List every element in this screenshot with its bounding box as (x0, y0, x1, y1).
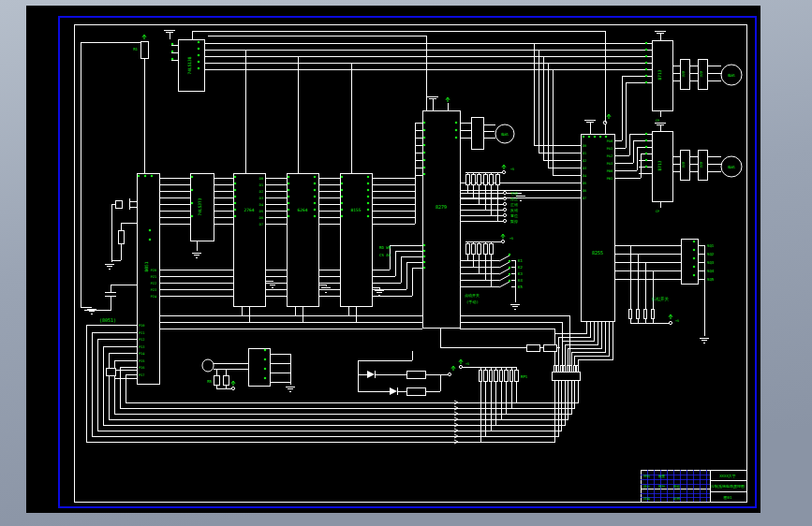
title-cell-material: 材料 (643, 475, 651, 478)
reset-button (106, 368, 115, 375)
amp-2-label: 功放 (699, 70, 703, 78)
u8-pin-d3: D3 (583, 167, 586, 170)
ic-u8-label: 8255 (592, 250, 603, 256)
limit-switch-block (681, 239, 698, 284)
ic-u10-label: 8713 (657, 160, 662, 170)
limit-sq3: SQ3 (707, 260, 715, 265)
ic-u5-ram (287, 173, 318, 306)
key-label-k5: K5 (518, 285, 523, 289)
keys-caption-1: 点动开关 (465, 293, 480, 298)
driver-2-clk-label: CP (656, 210, 659, 213)
amp-1-label: 功放 (681, 70, 686, 78)
resistor-r1 (140, 41, 148, 58)
ic-u10-driver (652, 131, 672, 201)
resistor-network-rn2 (465, 243, 493, 254)
u8-pin-d4: D4 (583, 174, 586, 178)
mcu-pin-p10: P10 (139, 324, 144, 328)
u8-pin-pb1: PB1 (607, 177, 613, 181)
motor-1-label: 电机 (501, 132, 509, 137)
u7-ctrl-label-2: CS A0 (379, 253, 391, 257)
ic-u6-label: 8155 (351, 208, 362, 212)
ic-u7-label: 8279 (436, 204, 447, 210)
vcc-label-1: +5 (510, 168, 514, 171)
u8-pin-pa3: PA3 (607, 162, 613, 166)
mcu-pin-p24: P24 (151, 295, 156, 299)
key-label-start: 启动 (510, 191, 518, 196)
key-label-k1: K1 (518, 258, 523, 263)
u4-pin-d5: D5 (259, 210, 263, 213)
u4-pin-d7: D7 (259, 223, 263, 226)
title-block-number: 图01 (724, 495, 732, 500)
ic-u3-label: 74LS373 (198, 197, 202, 215)
mcu-pin-p11: P11 (139, 331, 144, 335)
crystal (115, 200, 122, 208)
ic-u7-keydisp (422, 110, 460, 328)
u8-pin-pa2: PA2 (607, 154, 613, 158)
pullup-label: RP1 (521, 374, 528, 379)
keys-caption-2: (手动) (466, 300, 479, 304)
key-label-k3: K3 (518, 271, 523, 276)
ic-u1-label: 74LS138 (187, 56, 192, 74)
mcu-pin-p17: P17 (139, 373, 144, 377)
limit-sq1: SQ1 (707, 243, 715, 248)
mcu-pin-p15: P15 (139, 359, 144, 363)
u8-pin-pa0: PA0 (607, 139, 613, 143)
u4-pin-d3: D3 (259, 197, 263, 200)
mcu-pin-p12: P12 (139, 338, 144, 342)
amp-4-label: 功放 (699, 161, 703, 168)
u7-ctrl-label-1: RD WR (379, 245, 391, 250)
schematic-canvas: 74LS138 8051 (8051) 74LS373 2764 6264 81… (0, 0, 812, 526)
ic-u2-caption: (8051) (99, 317, 116, 323)
u8-pin-d7: D7 (583, 197, 586, 200)
key-label-reset: 复位 (510, 213, 518, 218)
key-label-fwd: 正转 (510, 202, 519, 207)
ic-u6-io (340, 173, 372, 306)
cad-viewer-window: 74LS138 8051 (8051) 74LS373 2764 6264 81… (0, 0, 812, 526)
connector-header (552, 366, 580, 381)
title-cell-design: 设计 (643, 484, 651, 489)
ic-u2-label: 8051 (144, 261, 149, 271)
u4-pin-d1: D1 (259, 183, 263, 187)
u4-pin-d4: D4 (259, 203, 263, 207)
mcu-pin-p13: P13 (139, 345, 144, 349)
motor-2-label: 电机 (728, 73, 735, 78)
resistor-reset (118, 230, 124, 243)
vcc-label-3: +5 (465, 362, 469, 366)
vcc-label-2: +5 (509, 237, 513, 241)
u4-pin-d2: D2 (259, 190, 263, 194)
limit-caption: 行程开关 (651, 296, 670, 301)
limit-sq2: SQ2 (707, 252, 715, 256)
limit-sq4: SQ4 (707, 269, 715, 273)
ic-u9-driver (652, 40, 672, 110)
title-cell-scale: 比例 (673, 497, 681, 501)
motor-3-label: 电机 (728, 165, 735, 169)
title-cell-check: 校对 (657, 485, 666, 489)
resistor-r4 (406, 387, 425, 395)
mcu-pin-p20: P20 (151, 269, 156, 272)
buzzer-driver-block (471, 117, 483, 149)
ic-u5-label: 6264 (298, 208, 308, 212)
u8-pin-d0: D0 (583, 144, 586, 148)
u4-pin-d6: D6 (259, 216, 263, 220)
capacitor-c5 (223, 375, 229, 385)
ic-u4-label: 2764 (244, 208, 255, 212)
u8-pin-d5: D5 (583, 182, 586, 185)
title-cell-date: 日期 (643, 497, 651, 501)
u8-pin-pb0: PB0 (607, 169, 613, 173)
dip-switch-block (248, 348, 270, 386)
key-label-k2: K2 (518, 265, 523, 270)
resistor-r1-label: R1 (133, 47, 138, 51)
key-label-rev: 反转 (510, 208, 519, 212)
title-block-org: XXXX大学 (719, 474, 736, 478)
mcu-pin-p16: P16 (139, 366, 144, 370)
mcu-pin-p14: P14 (139, 352, 144, 356)
resistor-r5-label: R5 (207, 379, 212, 384)
ic-u9-label: 8713 (657, 69, 662, 80)
vcc-label-4: +5 (675, 319, 679, 323)
mcu-pin-p23: P23 (151, 288, 156, 292)
u8-pin-d1: D1 (583, 152, 586, 155)
title-cell-audit: 审核 (673, 485, 681, 489)
resistor-r3 (406, 371, 425, 378)
driver-1-clk-label: CP (656, 119, 659, 123)
u4-pin-d0: D0 (259, 177, 263, 181)
